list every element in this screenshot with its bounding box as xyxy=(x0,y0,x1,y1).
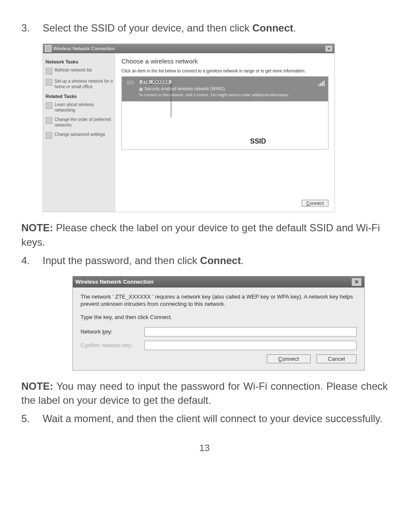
window-title: Wireless Network Connection xyxy=(53,46,325,51)
close-icon[interactable]: ✕ xyxy=(325,45,333,52)
confirm-key-row: Confirm network key: xyxy=(81,341,357,350)
screenshot-network-key-dialog: Wireless Network Connection ✕ The networ… xyxy=(72,276,365,371)
change-advanced[interactable]: Change advanced settings xyxy=(46,132,113,139)
step4: 4. Input the password, and then click Co… xyxy=(21,254,388,267)
page-number: 13 xyxy=(21,443,388,454)
note-1: NOTE: Please check the label on your dev… xyxy=(21,221,388,249)
dialog-para-1: The network ' ZTE_XXXXXX ' requires a ne… xyxy=(81,293,357,308)
note-2: NOTE: You may need to input the password… xyxy=(21,379,388,408)
close-icon[interactable]: ✕ xyxy=(351,278,362,286)
antenna-icon: ((ı)) xyxy=(124,80,136,89)
connect-button[interactable]: Connect xyxy=(267,354,310,363)
security-line: Security-enabled wireless network (WPA2) xyxy=(139,86,325,91)
right-pane: Choose a wireless network Click an item … xyxy=(115,53,334,212)
signal-bars-icon xyxy=(318,80,325,86)
group-related-tasks: Related Tasks xyxy=(46,94,113,99)
step5-text: Wait a moment, and then the client will … xyxy=(43,412,388,426)
network-key-input[interactable] xyxy=(144,327,357,336)
group-network-tasks: Network Tasks xyxy=(46,59,113,64)
confirm-key-label: Confirm network key: xyxy=(81,342,144,348)
cancel-button[interactable]: Cancel xyxy=(317,354,357,363)
star-icon xyxy=(46,117,52,124)
connect-button[interactable]: Connect xyxy=(302,200,328,207)
step5-num: 5. xyxy=(21,412,43,426)
step3-text: Select the SSID of your device, and then… xyxy=(43,21,388,35)
network-key-row: Network key: xyxy=(81,327,357,336)
gear-icon xyxy=(46,132,52,139)
titlebar: Wireless Network Connection ✕ xyxy=(73,276,364,288)
step3-num: 3. xyxy=(21,21,43,35)
choose-network-title: Choose a wireless network xyxy=(121,58,328,65)
screenshot-wireless-list: Wireless Network Connection ✕ Network Ta… xyxy=(43,43,335,212)
ssid-callout-label: SSID xyxy=(250,138,266,145)
ssid-box: ZTE_XXXXXX xyxy=(139,79,172,85)
left-pane: Network Tasks Refresh network list Set u… xyxy=(43,53,115,212)
refresh-icon xyxy=(46,68,52,75)
network-list[interactable]: ((ı)) ZTE_XXXXXX Security-enabled wirele… xyxy=(121,76,328,150)
step5: 5. Wait a moment, and then the client wi… xyxy=(21,412,388,426)
network-key-label: Network key: xyxy=(81,328,144,335)
setup-wireless-network[interactable]: Set up a wireless network for a home or … xyxy=(46,79,113,89)
network-item[interactable]: ((ı)) ZTE_XXXXXX Security-enabled wirele… xyxy=(122,77,328,101)
choose-network-sub: Click an item in the list below to conne… xyxy=(121,68,328,74)
step3: 3. Select the SSID of your device, and t… xyxy=(21,21,388,35)
learn-wireless[interactable]: Learn about wireless networking xyxy=(46,102,113,113)
titlebar: Wireless Network Connection ✕ xyxy=(43,44,334,53)
dialog-para-2: Type the key, and then click Connect. xyxy=(81,314,357,321)
window-title: Wireless Network Connection xyxy=(75,279,351,285)
connect-hint: To connect to this network, click Connec… xyxy=(139,93,325,97)
setup-icon xyxy=(46,79,52,86)
step4-num: 4. xyxy=(21,254,43,267)
confirm-key-input[interactable] xyxy=(144,341,357,350)
app-icon xyxy=(45,45,52,52)
info-icon xyxy=(46,102,52,109)
lock-icon xyxy=(139,87,143,92)
refresh-network-list[interactable]: Refresh network list xyxy=(46,68,113,75)
change-order[interactable]: Change the order of preferred networks xyxy=(46,117,113,128)
step4-text: Input the password, and then click Conne… xyxy=(43,254,388,267)
callout-line xyxy=(171,83,171,118)
